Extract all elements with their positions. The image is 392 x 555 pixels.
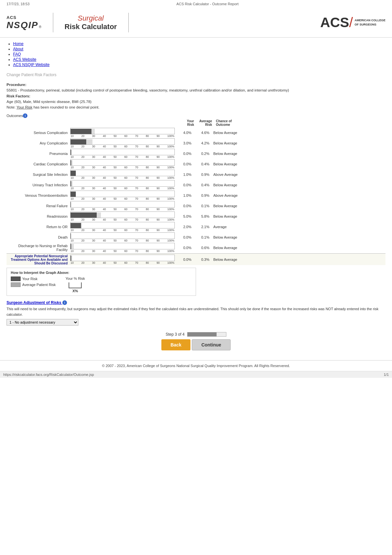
your-risk-val-3: 0.0%	[175, 162, 193, 166]
outcome-label-3: Cardiac Complication	[7, 162, 70, 166]
tick-row-12: 102030405060708090100%	[70, 261, 175, 264]
your-bar-1	[71, 139, 86, 144]
bar-container-0	[70, 128, 175, 134]
bar-wrap-1: 102030405060708090100%	[70, 138, 175, 148]
page-header: ACS NSQIP ® Surgical Risk Calculator ACS…	[0, 8, 392, 38]
x-pct-label: X%	[73, 289, 78, 293]
status-val-10: Below Average	[211, 235, 247, 239]
outcomes-table: Serious Complication10203040506070809010…	[7, 128, 385, 265]
bar-container-4	[70, 170, 175, 176]
surgeon-desc: This will need to be used infrequently, …	[7, 306, 385, 317]
outcome-label-1: Any Complication	[7, 141, 70, 145]
bar-container-5	[70, 180, 175, 187]
tick-row-6: 102030405060708090100%	[70, 197, 175, 200]
nsqip-logo: ACS NSQIP ®	[7, 15, 41, 30]
your-bar-10	[71, 233, 71, 239]
tick-row-5: 102030405060708090100%	[70, 187, 175, 190]
bar-wrap-8: 102030405060708090100%	[70, 211, 175, 221]
your-bar-6	[71, 192, 76, 197]
nav-link-about[interactable]: About	[13, 47, 23, 51]
acs-subtitle: AMERICAN COLLEGE OF SURGEONS	[355, 18, 386, 26]
legend-your-risk: Your Risk	[11, 277, 56, 281]
nav-link-faq[interactable]: FAQ	[13, 52, 21, 57]
main-content: Procedure: 55801 - Prostatectomy, perine…	[0, 79, 392, 354]
status-val-3: Below Average	[211, 162, 247, 166]
bar-container-11	[70, 243, 175, 249]
bar-wrap-7: 102030405060708090100%	[70, 201, 175, 211]
avg-risk-val-1: 4.2%	[193, 141, 211, 145]
outcome-row-8: Readmission102030405060708090100%5.0%5.8…	[7, 211, 385, 221]
status-val-11: Below Average	[211, 246, 247, 250]
outcome-label-11: Discharge to Nursing or Rehab Facility	[7, 244, 70, 252]
surgical-title: Surgical Risk Calculator	[65, 14, 117, 31]
your-bar-2	[71, 150, 71, 155]
main-nav: HomeAboutFAQACS WebsiteACS NSQIP Website	[0, 38, 392, 71]
nav-link-home[interactable]: Home	[13, 42, 24, 46]
print-title: ACS Risk Calculator - Outcome Report	[176, 2, 238, 6]
your-risk-val-8: 5.0%	[175, 214, 193, 218]
avg-risk-val-0: 4.6%	[193, 131, 211, 135]
legend-right: Your % Risk X%	[66, 277, 85, 293]
nav-link-acs-nsqip-website[interactable]: ACS NSQIP Website	[13, 62, 50, 67]
status-val-0: Below Average	[211, 131, 247, 135]
print-date: 17/7/23, 18:53	[7, 2, 29, 6]
procedure-code: 55801 - Prostatectomy, perineal, subtota…	[7, 88, 289, 92]
legend-title: How to Interpret the Graph Above:	[11, 271, 192, 275]
step-progress-bar	[187, 332, 226, 337]
outcome-row-3: Cardiac Complication10203040506070809010…	[7, 159, 385, 169]
legend-bracket-container	[69, 281, 82, 288]
outcome-label-8: Readmission	[7, 214, 70, 218]
outcome-row-10: Death102030405060708090100%0.0%0.1%Below…	[7, 232, 385, 242]
avg-risk-val-9: 2.1%	[193, 225, 211, 229]
outcomes-info-icon[interactable]: i	[23, 113, 27, 118]
avg-risk-val-10: 0.1%	[193, 235, 211, 239]
your-risk-val-7: 0.0%	[175, 204, 193, 208]
bar-container-1	[70, 138, 175, 145]
status-val-1: Below Average	[211, 141, 247, 145]
avg-risk-val-8: 5.8%	[193, 214, 211, 218]
your-risk-val-2: 0.0%	[175, 152, 193, 156]
bar-wrap-11: 102030405060708090100%	[70, 243, 175, 253]
outcome-row-7: Renal Failure102030405060708090100%0.0%0…	[7, 201, 385, 211]
outcome-label-5: Urinary Tract Infection	[7, 183, 70, 187]
back-button[interactable]: Back	[161, 339, 190, 350]
risk-factors-values: Age (60), Male, Mild systemic disease, B…	[7, 100, 91, 104]
bar-wrap-5: 102030405060708090100%	[70, 180, 175, 190]
outcome-label-10: Death	[7, 235, 70, 239]
avg-risk-legend-label: Average Patient Risk	[22, 283, 56, 287]
change-patient-link[interactable]: Change Patient Risk Factors	[0, 71, 392, 79]
bar-wrap-3: 102030405060708090100%	[70, 159, 175, 169]
button-row: Back Continue	[161, 339, 231, 350]
outcome-row-1: Any Complication102030405060708090100%3.…	[7, 138, 385, 148]
acs-slash-icon: /	[349, 16, 353, 29]
tick-row-8: 102030405060708090100%	[70, 218, 175, 221]
registered-icon: ®	[39, 25, 41, 29]
col-chance-header: Chance of Outcome	[213, 119, 249, 126]
status-val-6: Above Average	[211, 193, 247, 197]
continue-button[interactable]: Continue	[192, 339, 231, 350]
outcome-label-4: Surgical Site Infection	[7, 173, 70, 177]
outcome-label-2: Pneumonia	[7, 152, 70, 156]
col-your-risk-header: Your Risk	[177, 119, 195, 126]
surgeon-info-icon[interactable]: i	[62, 300, 67, 305]
header-divider-2	[128, 13, 129, 32]
avg-risk-val-7: 0.1%	[193, 204, 211, 208]
legend-bracket	[69, 282, 82, 288]
your-bar-4	[71, 171, 76, 176]
bar-wrap-12: 102030405060708090100%	[70, 255, 175, 264]
your-bar-9	[71, 223, 81, 228]
outcome-label-12: Appropriate Potential Nonsurgical Treatm…	[7, 254, 70, 265]
bar-container-6	[70, 191, 175, 197]
status-val-7: Below Average	[211, 204, 247, 208]
note-suffix: has been rounded to one decimal point.	[32, 105, 99, 109]
note-your-risk: Your Risk	[16, 105, 32, 109]
nav-link-acs-website[interactable]: ACS Website	[13, 57, 36, 62]
outcome-row-5: Urinary Tract Infection10203040506070809…	[7, 180, 385, 190]
outcome-row-0: Serious Complication10203040506070809010…	[7, 128, 385, 138]
tick-row-9: 102030405060708090100%	[70, 228, 175, 232]
step-section: Step 3 of 4 Back Continue	[7, 332, 385, 350]
surgeon-title: Surgeon Adjustment of Risks i	[7, 300, 385, 305]
surgeon-adjustment-select[interactable]: 1 - No adjustment necessary2 - Multiply …	[7, 319, 78, 326]
legend-avg-risk: Average Patient Risk	[11, 282, 56, 287]
your-bar-3	[71, 160, 71, 165]
